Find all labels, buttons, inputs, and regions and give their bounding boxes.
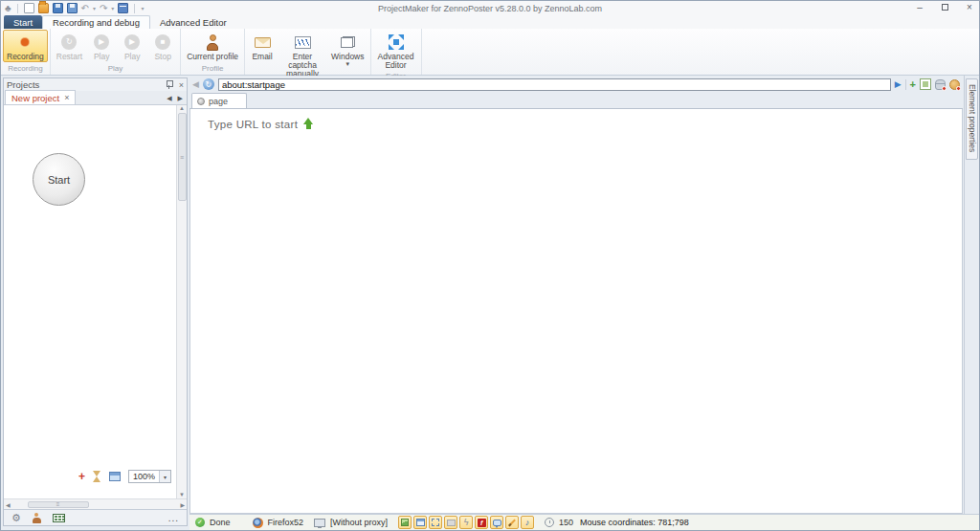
- profile-icon[interactable]: [33, 513, 41, 523]
- go-icon[interactable]: ▶: [895, 79, 902, 89]
- images-toggle[interactable]: [398, 516, 412, 529]
- person-icon: [206, 34, 219, 51]
- tab-advanced-editor[interactable]: Advanced Editor: [150, 15, 236, 29]
- element-properties-tab[interactable]: Element properties: [966, 78, 978, 160]
- stop-button-label: Stop: [154, 53, 171, 61]
- tab-scroll-right-icon[interactable]: ▶: [178, 95, 183, 102]
- globe-icon: [197, 98, 205, 105]
- canvas-zoom-toolbar: + 100% ▾: [78, 470, 171, 483]
- ribbon-group-recording: Recording Recording: [1, 29, 51, 75]
- project-tab-close-icon[interactable]: ×: [64, 93, 69, 102]
- redo-dropdown-icon[interactable]: ▾: [111, 6, 114, 11]
- play-button[interactable]: ▶ Play: [86, 30, 117, 62]
- zoom-dropdown-icon[interactable]: ▾: [159, 471, 170, 482]
- zoom-select[interactable]: 100% ▾: [128, 470, 171, 483]
- clear-cookies-icon[interactable]: [949, 79, 960, 90]
- project-canvas[interactable]: Start ▲ ≡ ▼ + 100% ▾: [4, 105, 187, 498]
- restore-button[interactable]: [939, 2, 950, 12]
- redo-icon[interactable]: ↷: [100, 3, 107, 13]
- status-bar: ✓ Done Firefox52 [Without proxy] ϟ f ♪ 1…: [189, 514, 979, 530]
- lightning-icon: ϟ: [464, 518, 469, 527]
- browser-window-toggle[interactable]: [413, 516, 427, 529]
- sound-toggle[interactable]: ♪: [521, 516, 534, 529]
- horizontal-scroll-thumb[interactable]: ≡: [28, 501, 89, 508]
- panel-close-icon[interactable]: ×: [179, 80, 184, 90]
- variables-table-icon[interactable]: [53, 514, 65, 522]
- script-toggle[interactable]: ϟ: [459, 516, 473, 529]
- tabs-list-icon[interactable]: [920, 78, 931, 90]
- main-area: Projects × New project × ◀ ▶ Start: [1, 76, 979, 530]
- panel-more-button[interactable]: ...: [168, 513, 179, 523]
- settings-gear-icon[interactable]: ⚙: [11, 512, 21, 524]
- minimize-button[interactable]: –: [914, 2, 925, 12]
- tab-recording-and-debug[interactable]: Recording and debug: [42, 15, 150, 29]
- firefox-icon[interactable]: [253, 518, 263, 528]
- stop-button[interactable]: ■ Stop: [147, 30, 178, 62]
- fit-crosshair-icon[interactable]: +: [78, 472, 85, 481]
- tab-scroll-left-icon[interactable]: ◀: [167, 95, 171, 102]
- draw-toggle[interactable]: [505, 516, 519, 529]
- dialogs-toggle[interactable]: [490, 516, 503, 529]
- proxy-label[interactable]: [Without proxy]: [330, 518, 388, 527]
- scroll-up-icon[interactable]: ▲: [179, 105, 185, 111]
- pin-icon[interactable]: [166, 80, 172, 89]
- browser-name[interactable]: Firefox52: [268, 518, 304, 527]
- hourglass-icon[interactable]: [93, 471, 101, 482]
- window-title: ProjectMaker for ZennoPoster v5.28.0.0 b…: [1, 4, 979, 13]
- browser-tab-bar: page: [189, 93, 963, 109]
- music-note-icon: ♪: [525, 518, 530, 527]
- play-icon: ▶: [94, 34, 109, 50]
- fit-window-icon[interactable]: [109, 472, 121, 481]
- stop-icon: ■: [155, 34, 170, 50]
- save-as-icon[interactable]: [67, 3, 78, 13]
- flash-toggle[interactable]: f: [475, 516, 488, 529]
- projects-panel-footer: ⚙ ...: [4, 509, 187, 525]
- project-tab-new-project[interactable]: New project ×: [5, 90, 76, 104]
- open-project-icon[interactable]: [38, 3, 49, 13]
- email-button[interactable]: Email: [247, 30, 278, 62]
- selection-toggle[interactable]: [429, 516, 442, 529]
- recording-button[interactable]: Recording: [3, 30, 48, 62]
- save-icon[interactable]: [53, 3, 63, 13]
- window-icon: [416, 519, 425, 526]
- browser-content[interactable]: Type URL to start: [189, 109, 963, 514]
- refresh-icon[interactable]: ↻: [203, 78, 214, 90]
- tab-start[interactable]: Start: [4, 15, 42, 29]
- captcha-icon: [295, 36, 311, 49]
- undo-dropdown-icon[interactable]: ▾: [93, 6, 96, 11]
- clear-cache-icon[interactable]: [935, 79, 946, 90]
- scroll-right-icon[interactable]: ▶: [180, 501, 185, 508]
- start-node[interactable]: Start: [33, 153, 85, 206]
- enter-captcha-button[interactable]: Enter captcha manually: [278, 30, 327, 79]
- canvas-horizontal-scrollbar[interactable]: ◀ ≡ ▶: [4, 498, 187, 509]
- css-toggle[interactable]: [444, 516, 457, 529]
- scroll-left-icon[interactable]: ◀: [6, 501, 11, 508]
- canvas-vertical-scrollbar[interactable]: ▲ ≡ ▼: [176, 105, 187, 498]
- clear-badge: [956, 86, 961, 91]
- divider: [17, 4, 18, 13]
- vertical-scroll-thumb[interactable]: ≡: [178, 113, 187, 201]
- mouse-coordinates: Mouse coordinates: 781;798: [580, 518, 689, 527]
- new-project-icon[interactable]: [24, 3, 34, 13]
- add-tab-icon[interactable]: +: [910, 78, 916, 90]
- back-icon[interactable]: ◀: [192, 79, 199, 89]
- current-profile-label: Current profile: [187, 53, 238, 61]
- recording-button-label: Recording: [7, 53, 44, 61]
- play-step-button[interactable]: ▶ Play: [117, 30, 147, 62]
- notes-icon[interactable]: [118, 3, 128, 13]
- scroll-down-icon[interactable]: ▼: [179, 492, 185, 498]
- close-button[interactable]: ×: [964, 2, 975, 12]
- advanced-editor-button[interactable]: Advanced Editor: [373, 30, 419, 71]
- url-input[interactable]: [218, 78, 891, 91]
- current-profile-button[interactable]: Current profile: [183, 30, 242, 62]
- restart-button[interactable]: ↻ Restart: [53, 30, 86, 62]
- email-button-label: Email: [252, 53, 272, 61]
- browser-region: ◀ ↻ ▶ + page Type URL to start: [189, 76, 963, 514]
- proxy-icon[interactable]: [314, 519, 325, 527]
- windows-button[interactable]: Windows ▾: [327, 30, 368, 68]
- restore-icon: [942, 4, 948, 11]
- browser-tab-page[interactable]: page: [191, 93, 247, 108]
- image-icon: [401, 519, 409, 526]
- customize-toolbar-icon[interactable]: ▾: [141, 6, 144, 11]
- undo-icon[interactable]: ↶: [81, 3, 89, 13]
